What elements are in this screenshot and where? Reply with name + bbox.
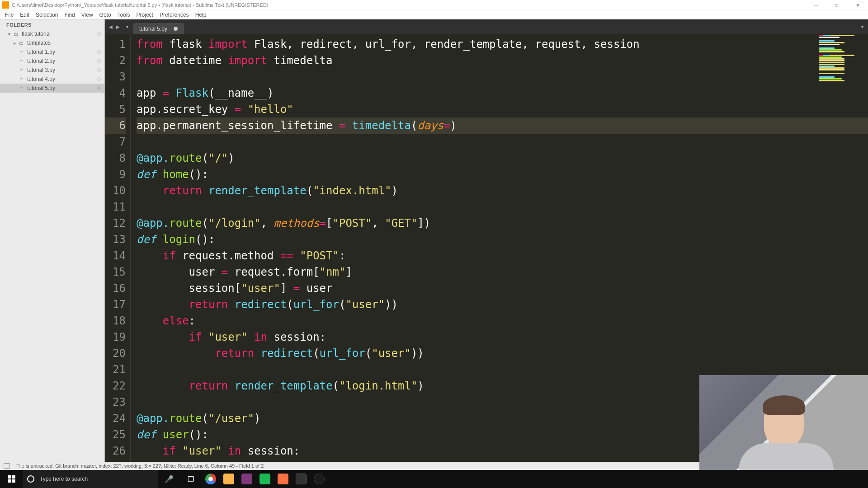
code-line[interactable]: from datetime import timedelta <box>137 52 868 69</box>
file-explorer-icon <box>223 474 234 484</box>
file-label: tutorial 3.py <box>27 67 97 73</box>
menu-tools[interactable]: Tools <box>114 11 133 19</box>
code-line[interactable]: def login(): <box>137 231 868 248</box>
code-line[interactable] <box>137 69 868 85</box>
vcs-status-dot <box>97 68 101 72</box>
menu-goto[interactable]: Goto <box>96 11 114 19</box>
sidebar: FOLDERS ▾ flask tutorial ▸ templates tut… <box>0 19 105 462</box>
vcs-status-dot <box>97 32 101 36</box>
sidebar-file[interactable]: tutorial 5.py <box>0 84 104 93</box>
code-line[interactable]: return redirect(url_for("user")) <box>137 345 868 361</box>
tab-file[interactable]: tutorial 5.py <box>133 23 184 34</box>
file-label: tutorial 2.py <box>27 58 97 64</box>
code-line[interactable]: session["user"] = user <box>137 280 868 296</box>
menu-edit[interactable]: Edit <box>17 11 33 19</box>
tab-overflow-icon[interactable]: ▾ <box>861 24 868 29</box>
folder-label: flask tutorial <box>22 31 97 37</box>
tab-dirty-indicator <box>174 27 178 31</box>
taskbar-app-terminal[interactable] <box>292 470 310 488</box>
code-line[interactable]: from flask import Flask, redirect, url_f… <box>137 36 868 52</box>
code-line[interactable]: return redirect(url_for("user")) <box>137 296 868 313</box>
sublime-icon <box>278 474 288 484</box>
code-line[interactable] <box>137 199 868 215</box>
start-button[interactable] <box>1 470 23 488</box>
code-line[interactable] <box>137 134 868 150</box>
sidebar-folder-templates[interactable]: ▸ templates <box>0 38 104 47</box>
task-view-button[interactable]: ❐ <box>180 470 202 488</box>
menubar: FileEditSelectionFindViewGotoToolsProjec… <box>0 10 868 19</box>
vcs-status-dot <box>97 50 101 54</box>
code-line[interactable]: @app.route("/") <box>137 150 868 166</box>
code-line[interactable]: def home(): <box>137 166 868 183</box>
taskbar-app-spotify[interactable] <box>256 470 274 488</box>
file-icon <box>18 67 24 73</box>
code-line[interactable]: app = Flask(__name__) <box>137 85 868 101</box>
spotify-icon <box>259 474 270 484</box>
nav-forward-icon[interactable]: ▶ <box>115 24 121 30</box>
code-line[interactable]: if "user" in session: <box>137 329 868 345</box>
svg-rect-2 <box>8 479 11 483</box>
sidebar-title: FOLDERS <box>0 19 104 29</box>
task-view-icon: ❐ <box>188 475 194 483</box>
sidebar-file[interactable]: tutorial 3.py <box>0 66 104 75</box>
code-line[interactable]: app.secret_key = "hello" <box>137 101 868 117</box>
line-gutter: 1234567891011121314151617181920212223242… <box>105 34 131 462</box>
code-line[interactable]: else: <box>137 313 868 329</box>
file-icon <box>18 49 24 55</box>
sidebar-file[interactable]: tutorial 2.py <box>0 56 104 66</box>
close-button[interactable]: ✕ <box>847 0 868 10</box>
window-title: C:\Users\timot\Desktop\Python\_Youtube\f… <box>12 2 866 8</box>
status-panel-icon[interactable] <box>4 463 10 469</box>
taskbar-app-chrome[interactable] <box>202 470 220 488</box>
taskbar-app-obs[interactable] <box>310 470 328 488</box>
file-icon <box>18 58 24 64</box>
menu-find[interactable]: Find <box>61 11 78 19</box>
file-label: tutorial 5.py <box>27 85 97 91</box>
code-line[interactable]: if request.method == "POST": <box>137 248 868 264</box>
terminal-icon <box>296 474 307 484</box>
microphone-icon: 🎤 <box>165 475 174 483</box>
menu-file[interactable]: File <box>2 11 17 19</box>
tabbar: ◀ ▶ ▾ tutorial 5.py ▾ <box>105 19 868 34</box>
vcs-status-dot <box>97 86 101 90</box>
windows-taskbar: Type here to search 🎤 ❐ <box>0 470 868 488</box>
disclosure-triangle-icon[interactable]: ▾ <box>6 32 12 37</box>
svg-rect-1 <box>12 475 15 479</box>
code-line[interactable]: @app.route("/login", methods=["POST", "G… <box>137 215 868 231</box>
menu-help[interactable]: Help <box>192 11 210 19</box>
obs-icon <box>314 474 325 484</box>
sidebar-file[interactable]: tutorial 1.py <box>0 47 104 56</box>
taskbar-mic[interactable]: 🎤 <box>158 470 180 488</box>
menu-selection[interactable]: Selection <box>33 11 61 19</box>
minimize-button[interactable]: ─ <box>806 0 826 10</box>
taskbar-app-explorer[interactable] <box>220 470 238 488</box>
code-line[interactable]: user = request.form["nm"] <box>137 264 868 280</box>
windows-icon <box>8 475 15 483</box>
code-line[interactable]: app.permanent_session_lifetime = timedel… <box>137 117 868 134</box>
menu-project[interactable]: Project <box>133 11 156 19</box>
svg-rect-0 <box>8 475 11 479</box>
code-line[interactable]: return render_template("index.html") <box>137 183 868 199</box>
taskbar-app-onenote[interactable] <box>238 470 256 488</box>
webcam-overlay <box>699 375 868 470</box>
app-icon <box>2 1 9 9</box>
file-label: tutorial 4.py <box>27 76 97 82</box>
taskbar-app-sublime[interactable] <box>274 470 292 488</box>
nav-back-icon[interactable]: ◀ <box>108 24 114 30</box>
disclosure-triangle-icon[interactable]: ▸ <box>12 41 17 46</box>
menu-preferences[interactable]: Preferences <box>156 11 192 19</box>
folder-icon <box>13 31 19 37</box>
menu-view[interactable]: View <box>78 11 96 19</box>
sidebar-file[interactable]: tutorial 4.py <box>0 75 104 84</box>
file-icon <box>18 76 24 82</box>
maximize-button[interactable]: □ <box>826 0 847 10</box>
tab-label: tutorial 5.py <box>139 26 167 32</box>
nav-dropdown-icon[interactable]: ▾ <box>124 24 130 30</box>
onenote-icon <box>241 474 252 484</box>
sidebar-folder-root[interactable]: ▾ flask tutorial <box>0 29 104 38</box>
taskbar-search[interactable]: Type here to search <box>23 470 158 488</box>
svg-rect-3 <box>12 479 15 483</box>
file-label: tutorial 1.py <box>27 49 97 55</box>
chrome-icon <box>205 474 216 484</box>
vcs-status-dot <box>97 77 101 81</box>
